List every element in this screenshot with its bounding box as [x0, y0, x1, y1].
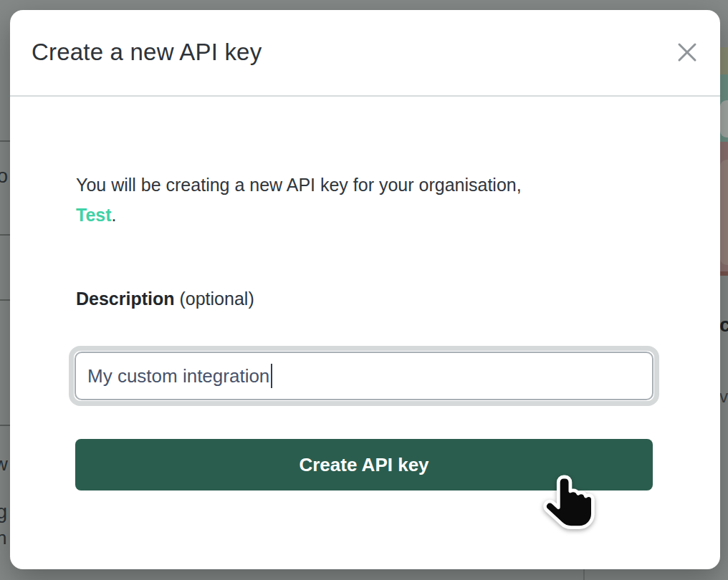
description-label: Description (optional): [76, 289, 254, 309]
intro-org-line: Test.: [76, 200, 635, 230]
description-input[interactable]: My custom integration: [75, 352, 653, 400]
sentence-period: .: [112, 205, 117, 225]
bg-text-fragment: o: [0, 165, 8, 188]
close-button[interactable]: [674, 39, 700, 65]
create-api-key-button-label: Create API key: [299, 454, 428, 476]
bg-text-fragment: co: [719, 314, 728, 337]
description-input-focus-ring: My custom integration: [69, 346, 659, 406]
bg-table-row-divider: [0, 299, 10, 301]
bg-text-fragment: v: [719, 387, 728, 407]
dialog-title: Create a new API key: [32, 39, 262, 66]
hand-pointer-cursor: [540, 470, 605, 535]
dialog-header: Create a new API key: [10, 10, 720, 97]
bg-table-row-divider: [0, 234, 10, 236]
bg-table-row-divider: [0, 425, 10, 426]
bg-text-fragment: n: [0, 527, 6, 549]
screen: o w g n co v Create a new API key You: [0, 0, 728, 580]
create-api-key-dialog: Create a new API key You will be creatin…: [10, 10, 720, 569]
background-page-left-edge: o w g n: [0, 0, 10, 580]
text-caret: [271, 364, 272, 388]
description-input-value: My custom integration: [87, 365, 269, 387]
bg-text-fragment: w: [0, 453, 8, 475]
intro-text: You will be creating a new API key for y…: [76, 170, 635, 230]
organisation-name: Test: [76, 205, 112, 225]
dialog-body: You will be creating a new API key for y…: [10, 97, 720, 569]
close-icon: [675, 40, 699, 64]
bg-table-row-divider: [0, 140, 10, 142]
bg-text-fragment: g: [0, 501, 7, 523]
intro-line: You will be creating a new API key for y…: [76, 170, 635, 200]
bg-table-column-divider: [583, 569, 585, 580]
